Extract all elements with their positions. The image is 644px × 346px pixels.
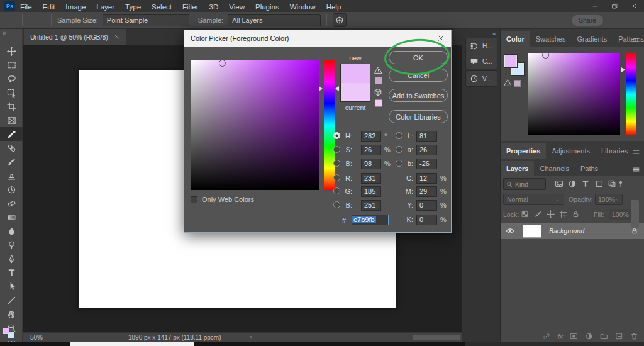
horizontal-scrollbar[interactable] — [413, 335, 460, 340]
layer-style-button[interactable]: fx — [557, 333, 563, 340]
menu-type[interactable]: Type — [125, 3, 141, 11]
hex-input[interactable]: e7b9fb — [352, 215, 389, 225]
lock-lock-icon[interactable] — [572, 210, 580, 218]
menu-3d[interactable]: 3D — [209, 3, 219, 11]
panel-tab-libraries[interactable]: Libraries — [596, 143, 633, 159]
add-to-swatches-button[interactable]: Add to Swatches — [389, 89, 448, 102]
input-h-[interactable]: 282 — [361, 131, 381, 142]
input-s-[interactable]: 26 — [361, 145, 381, 155]
chevron-down-icon[interactable] — [40, 18, 45, 23]
smartobj-filter-icon[interactable] — [608, 179, 616, 188]
share-button[interactable]: Share — [572, 15, 603, 26]
input-a-[interactable]: 26 — [416, 145, 437, 155]
panel-tab-layers[interactable]: Layers — [501, 161, 534, 176]
blend-mode-dropdown[interactable]: Normal — [503, 194, 564, 205]
healing-brush-tool[interactable] — [0, 141, 23, 155]
panel-tab-channels[interactable]: Channels — [534, 161, 574, 176]
layer-row-background[interactable]: Background — [501, 223, 644, 239]
menu-select[interactable]: Select — [152, 3, 172, 11]
color-field-picker[interactable] — [542, 52, 549, 59]
menu-view[interactable]: View — [229, 3, 245, 11]
marquee-tool[interactable] — [0, 58, 23, 72]
menu-edit[interactable]: Edit — [43, 3, 55, 11]
sample-size-dropdown[interactable]: Point Sample — [103, 14, 189, 26]
history-panel[interactable]: H... — [466, 38, 497, 53]
menu-plugins[interactable]: Plugins — [255, 3, 279, 11]
version-history-panel[interactable]: V... — [466, 71, 497, 86]
panel-tab-gradients[interactable]: Gradients — [571, 31, 613, 47]
web-safe-swatch[interactable] — [375, 99, 382, 107]
input-l-[interactable]: 81 — [416, 131, 437, 142]
menu-filter[interactable]: Filter — [182, 3, 199, 11]
toolbar-collapse-icon[interactable]: » — [3, 30, 6, 36]
layers-panel-menu-icon[interactable] — [632, 165, 640, 174]
blur-tool[interactable] — [0, 224, 23, 238]
input-g-[interactable]: 185 — [361, 186, 381, 197]
input-c-[interactable]: 12 — [416, 173, 437, 184]
properties-panel-menu-icon[interactable] — [632, 148, 640, 156]
gamut-swatch[interactable] — [514, 80, 521, 87]
halfcircle-footer-icon[interactable] — [585, 332, 593, 340]
dialog-title-bar[interactable]: Color Picker (Foreground Color) — [184, 30, 451, 47]
home-icon[interactable] — [6, 15, 16, 25]
plussq-footer-icon[interactable] — [615, 332, 623, 340]
link-footer-icon[interactable] — [542, 332, 550, 340]
type-tool[interactable] — [0, 265, 23, 279]
sampling-ring-button[interactable] — [333, 13, 347, 27]
hue-slider-arrow-right[interactable] — [335, 86, 339, 91]
foreground-swatch[interactable] — [3, 328, 9, 334]
search-icon[interactable] — [611, 16, 620, 25]
layer-thumbnail[interactable] — [523, 225, 541, 238]
input-y-[interactable]: 0 — [416, 200, 437, 211]
cancel-button[interactable]: Cancel — [389, 69, 448, 82]
close-button[interactable] — [625, 0, 644, 12]
saturation-brightness-field[interactable] — [191, 60, 319, 190]
pin-filter-icon[interactable] — [616, 179, 625, 188]
brush-tool[interactable] — [0, 155, 23, 169]
input-b-[interactable]: 98 — [361, 159, 381, 169]
radio-b-[interactable] — [333, 160, 340, 167]
hue-slider-arrow[interactable] — [621, 67, 625, 72]
menu-file[interactable]: File — [20, 3, 32, 11]
color-field[interactable] — [528, 53, 620, 135]
expand-panels-icon[interactable]: « — [492, 30, 496, 37]
lock-checker-icon[interactable] — [521, 210, 529, 218]
eraser-tool[interactable] — [0, 196, 23, 210]
picture-filter-icon[interactable] — [555, 179, 564, 188]
lock-artboard-icon[interactable] — [559, 210, 567, 218]
crop-tool[interactable] — [0, 99, 23, 113]
move-tool[interactable] — [0, 44, 23, 58]
hue-slider[interactable] — [626, 53, 636, 135]
mask-footer-icon[interactable] — [570, 332, 578, 340]
panel-tab-adjustments[interactable]: Adjustments — [546, 143, 596, 159]
eyedropper-preset-icon[interactable] — [28, 16, 38, 25]
color-libraries-button[interactable]: Color Libraries — [389, 110, 448, 123]
menu-window[interactable]: Window — [290, 3, 316, 11]
menu-image[interactable]: Image — [65, 3, 86, 11]
radio-s-[interactable] — [333, 146, 340, 153]
history-brush-tool[interactable] — [0, 182, 23, 196]
panel-tab-paths[interactable]: Paths — [575, 161, 604, 176]
zoom-level[interactable]: 50% — [30, 334, 43, 341]
restore-button[interactable] — [605, 0, 625, 12]
type-filter-icon[interactable] — [581, 179, 590, 188]
lasso-tool[interactable] — [0, 72, 23, 86]
input-b-[interactable]: 251 — [361, 200, 381, 211]
only-web-colors-checkbox[interactable] — [191, 196, 197, 203]
input-b-[interactable]: -26 — [416, 159, 437, 169]
opacity-input[interactable]: 100% — [595, 194, 623, 205]
panel-scrollbar[interactable] — [631, 200, 639, 228]
minimize-button[interactable] — [586, 0, 605, 12]
lock-move-icon[interactable] — [547, 210, 555, 218]
halfcircle-filter-icon[interactable] — [568, 179, 577, 188]
workspace-icon[interactable] — [628, 15, 638, 25]
eyedropper-tool[interactable] — [0, 127, 23, 141]
shaperect-filter-icon[interactable] — [595, 179, 604, 188]
menu-layer[interactable]: Layer — [96, 3, 114, 11]
color-panel-foreground-swatch[interactable] — [504, 55, 517, 67]
input-r-[interactable]: 231 — [361, 173, 381, 184]
panel-tab-swatches[interactable]: Swatches — [530, 31, 572, 47]
close-icon[interactable] — [437, 35, 445, 42]
color-field-picker[interactable] — [219, 60, 226, 67]
object-selection-tool[interactable] — [0, 86, 23, 99]
